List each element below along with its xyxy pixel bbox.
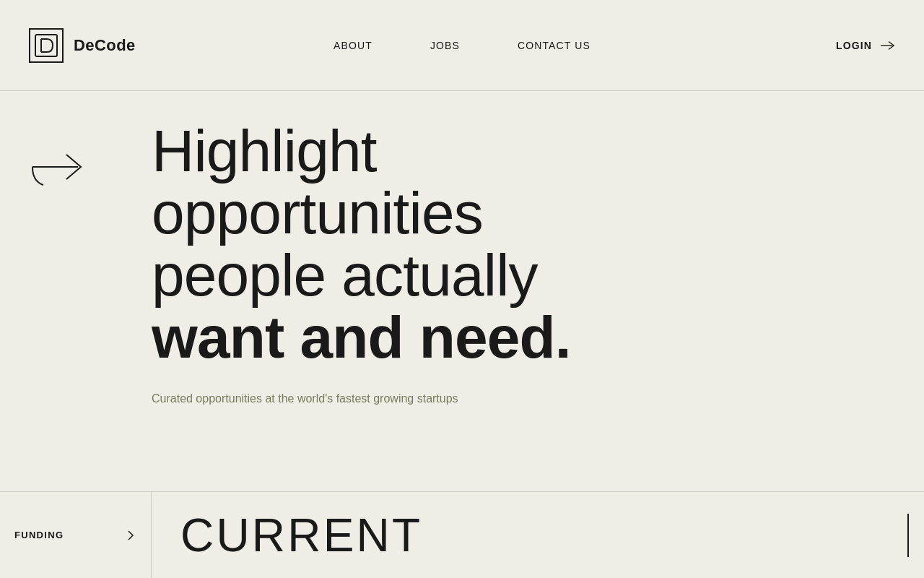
main-nav: ABOUT JOBS CONTACT US [334, 40, 590, 51]
login-arrow-icon[interactable] [881, 38, 895, 53]
logo-area[interactable]: DeCode [29, 28, 136, 63]
logo-text: DeCode [74, 36, 136, 55]
scroll-indicator [907, 514, 910, 557]
hero-section: Highlightopportunitiespeople actuallywan… [0, 91, 924, 491]
nav-about[interactable]: ABOUT [334, 40, 372, 51]
hero-heading-bold: want and need. [152, 304, 571, 370]
login-button[interactable]: LOGIN [836, 40, 872, 51]
hero-subtext: Curated opportunities at the world's fas… [152, 390, 585, 407]
bottom-section: FUNDING CURRENT [0, 491, 924, 578]
hero-heading: Highlightopportunitiespeople actuallywan… [152, 120, 895, 368]
current-section: CURRENT [152, 492, 924, 578]
scroll-bar [907, 514, 909, 557]
hero-heading-light: Highlightopportunitiespeople actually [152, 118, 538, 308]
current-label: CURRENT [180, 509, 422, 562]
funding-label: FUNDING [14, 530, 64, 540]
funding-chevron-icon [125, 530, 136, 541]
svg-rect-0 [35, 35, 57, 56]
nav-jobs[interactable]: JOBS [430, 40, 460, 51]
nav-contact[interactable]: CONTACT US [518, 40, 590, 51]
hero-arrow-icon [29, 142, 94, 195]
hero-content: Highlightopportunitiespeople actuallywan… [152, 120, 895, 407]
logo-icon [29, 28, 64, 63]
header-right: LOGIN [836, 38, 895, 53]
funding-tab[interactable]: FUNDING [0, 492, 152, 578]
